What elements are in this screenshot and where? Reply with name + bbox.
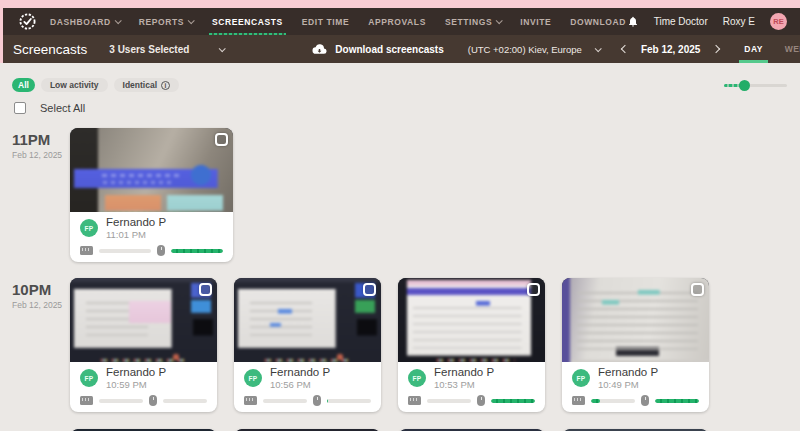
timezone-dropdown[interactable]: (UTC +02:00) Kiev, Europe xyxy=(468,44,600,55)
top-banner-strip xyxy=(0,0,800,8)
next-day-arrow-icon[interactable] xyxy=(712,45,720,53)
nav-item-settings[interactable]: SETTINGS xyxy=(445,8,501,35)
screenshot-thumbnail[interactable] xyxy=(398,278,545,362)
card-checkbox[interactable] xyxy=(215,133,228,146)
filter-chip-identical[interactable]: Identical i xyxy=(114,78,179,92)
chevron-down-icon xyxy=(219,45,226,52)
card-footer: FP Fernando P 10:59 PM xyxy=(70,362,217,412)
thumbnail-size-slider[interactable] xyxy=(724,84,787,87)
card-timestamp: 10:56 PM xyxy=(270,379,330,390)
nav-item-dashboard[interactable]: DASHBOARD xyxy=(50,8,120,35)
activity-bars-row xyxy=(80,245,223,256)
main-nav: DASHBOARD REPORTS SCREENCASTS EDIT TIME … xyxy=(3,8,800,35)
nav-item-label: SCREENCASTS xyxy=(212,17,283,27)
mouse-icon xyxy=(149,395,157,406)
section-date: Feb 12, 2025 xyxy=(12,300,62,310)
current-date[interactable]: Feb 12, 2025 xyxy=(641,44,700,55)
activity-bars-row xyxy=(408,395,535,406)
page-title: Screencasts xyxy=(13,42,87,57)
info-icon[interactable]: i xyxy=(161,81,170,90)
slider-knob[interactable] xyxy=(739,80,750,91)
card-timestamp: 11:01 PM xyxy=(106,229,166,240)
card-checkbox[interactable] xyxy=(199,283,212,296)
keyboard-activity-bar xyxy=(99,249,151,253)
keyboard-activity-bar xyxy=(427,399,471,403)
section-header: 10PM Feb 12, 2025 xyxy=(12,281,62,310)
nav-item-edit-time[interactable]: EDIT TIME xyxy=(302,8,349,35)
select-all-checkbox[interactable] xyxy=(14,102,26,114)
select-all-row: Select All xyxy=(14,102,85,114)
card-checkbox[interactable] xyxy=(527,283,540,296)
card-timestamp: 10:49 PM xyxy=(598,379,658,390)
screenshot-thumbnail[interactable] xyxy=(562,278,709,362)
filter-chip-label: Low activity xyxy=(50,80,99,90)
mouse-activity-fill xyxy=(655,399,699,403)
nav-item-label: INVITE xyxy=(520,17,551,27)
chevron-down-icon xyxy=(496,17,503,24)
filter-chip-low-activity[interactable]: Low activity xyxy=(41,78,108,92)
filter-chip-all[interactable]: All xyxy=(12,78,35,92)
keyboard-icon xyxy=(572,396,585,405)
view-tab-day[interactable]: DAY xyxy=(733,35,773,63)
nav-item-download[interactable]: DOWNLOAD xyxy=(570,8,626,35)
screencast-sections: 11PM Feb 12, 2025 FP Fernando P 11:01 PM xyxy=(0,125,800,431)
screencast-card[interactable]: FP Fernando P 11:01 PM xyxy=(70,128,233,262)
card-user-row: FP Fernando P 10:53 PM xyxy=(408,366,535,390)
screencast-card[interactable]: FP Fernando P 10:59 PM xyxy=(70,278,217,412)
nav-item-reports[interactable]: REPORTS xyxy=(139,8,193,35)
mouse-activity-bar xyxy=(327,399,371,403)
nav-right-cluster: Time Doctor Roxy E RE xyxy=(627,13,792,30)
screencast-card[interactable]: FP Fernando P 10:49 PM xyxy=(562,278,709,412)
keyboard-icon xyxy=(80,396,93,405)
download-screencasts-button[interactable]: Download screencasts xyxy=(312,44,443,55)
notifications-bell-icon[interactable] xyxy=(627,15,639,28)
nav-item-invite[interactable]: INVITE xyxy=(520,8,551,35)
content-area: All Low activity Identical i Select All … xyxy=(0,63,800,431)
keyboard-activity-fill xyxy=(591,399,600,403)
screenshot-image xyxy=(70,278,217,362)
card-footer: FP Fernando P 10:49 PM xyxy=(562,362,709,412)
mouse-activity-fill xyxy=(171,249,223,253)
company-name[interactable]: Time Doctor xyxy=(654,16,708,27)
activity-bars-row xyxy=(80,395,207,406)
mouse-icon xyxy=(641,395,649,406)
keyboard-activity-bar xyxy=(99,399,143,403)
screenshot-thumbnail[interactable] xyxy=(70,278,217,362)
nav-item-label: REPORTS xyxy=(139,17,184,27)
screenshot-thumbnail[interactable] xyxy=(234,278,381,362)
hour-section-11pm: 11PM Feb 12, 2025 FP Fernando P 11:01 PM xyxy=(0,125,800,262)
card-checkbox[interactable] xyxy=(691,283,704,296)
user-avatar-badge: FP xyxy=(80,219,98,237)
download-screencasts-label: Download screencasts xyxy=(335,44,443,55)
chevron-down-icon xyxy=(188,17,195,24)
card-timestamp: 10:59 PM xyxy=(106,379,166,390)
time-doctor-logo-icon[interactable] xyxy=(19,13,36,30)
keyboard-icon xyxy=(408,396,421,405)
screenshot-image xyxy=(562,278,709,362)
activity-bars-row xyxy=(572,395,699,406)
users-selected-label: 3 Users Selected xyxy=(109,44,189,55)
user-avatar-badge: FP xyxy=(572,369,590,387)
keyboard-icon xyxy=(80,246,93,255)
screenshot-image xyxy=(398,278,545,362)
nav-item-approvals[interactable]: APPROVALS xyxy=(368,8,426,35)
user-avatar[interactable]: RE xyxy=(770,13,787,30)
view-tab-week[interactable]: WEEK xyxy=(774,35,800,63)
card-user-row: FP Fernando P 11:01 PM xyxy=(80,216,223,240)
previous-day-arrow-icon[interactable] xyxy=(621,45,629,53)
nav-item-screencasts[interactable]: SCREENCASTS xyxy=(212,8,283,35)
card-user-row: FP Fernando P 10:59 PM xyxy=(80,366,207,390)
user-name-nav[interactable]: Roxy E xyxy=(723,16,755,27)
view-tab-label: DAY xyxy=(744,44,762,54)
view-tab-label: WEEK xyxy=(785,44,800,54)
users-selected-dropdown[interactable]: 3 Users Selected xyxy=(109,44,224,55)
screenshot-thumbnail[interactable] xyxy=(70,128,233,212)
filter-chip-label: All xyxy=(18,80,29,90)
screencast-card[interactable]: FP Fernando P 10:53 PM xyxy=(398,278,545,412)
mouse-activity-bar xyxy=(491,399,535,403)
screencast-card[interactable]: FP Fernando P 10:56 PM xyxy=(234,278,381,412)
mouse-activity-fill xyxy=(491,399,535,403)
mouse-activity-bar xyxy=(655,399,699,403)
card-checkbox[interactable] xyxy=(363,283,376,296)
screenshot-image xyxy=(234,278,381,362)
